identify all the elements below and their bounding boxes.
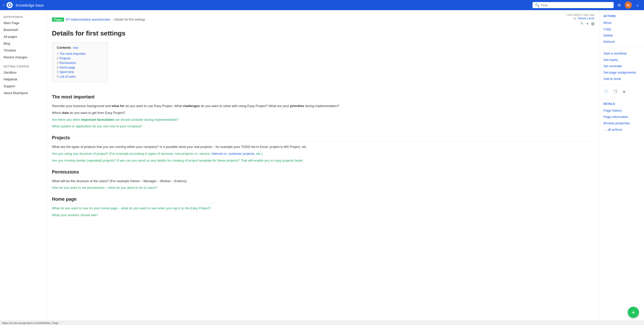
search-input[interactable]	[541, 3, 611, 7]
sidebar-item-bookshelf[interactable]: Bookshelf	[0, 26, 47, 33]
section-title-permissions: Permissions	[52, 169, 595, 176]
action-set-reminder[interactable]: Set reminder	[600, 63, 644, 69]
breadcrumb-parent[interactable]: EP implementation questionnaire	[66, 18, 110, 21]
toc-num-5: 5	[57, 70, 59, 74]
share-icon[interactable]: ❐	[614, 89, 617, 94]
detail-page-information[interactable]: Page information	[600, 114, 644, 120]
icon-row: 📄 ❐ ★	[600, 87, 644, 96]
detail-browse-properties[interactable]: Browse properties	[600, 120, 644, 126]
star-icon[interactable]: ★	[622, 89, 626, 94]
toc-title: Contents	[57, 46, 71, 49]
detail-all-actions[interactable]: … all actions	[600, 126, 644, 133]
settings-icon[interactable]: ⚙	[616, 2, 623, 9]
section-title-most-important: The most important	[52, 94, 595, 101]
toc-num-3: 3	[57, 61, 59, 65]
toc-num-1: 1	[57, 52, 59, 56]
para-most-important-1: Describe your business background and wh…	[52, 104, 595, 109]
toc-link-1[interactable]: 1The most important	[57, 52, 86, 56]
list-item: 5Spent time	[57, 70, 103, 74]
action-delete[interactable]: Delete	[600, 32, 644, 39]
sidebar-item-all-pages[interactable]: All pages	[0, 33, 47, 40]
meta-bar: Last edited 2 days ago by Slavek Lizner …	[566, 13, 595, 26]
avatar[interactable]: SL	[625, 2, 632, 9]
chevron-right-icon[interactable]: ›	[634, 2, 641, 9]
action-set-expiry[interactable]: Set expiry	[600, 57, 644, 63]
sidebar-item-support[interactable]: Support	[0, 83, 47, 90]
dropdown-icon[interactable]: ▼	[586, 22, 589, 26]
action-add-to-book[interactable]: Add to book	[600, 76, 644, 82]
detail-page-history[interactable]: Page history	[600, 107, 644, 114]
para-permissions-1: What will be the structure of the users?…	[52, 179, 595, 184]
toc-link-5[interactable]: 5Spent time	[57, 70, 74, 74]
entrypoints-label: ENTRYPOINTS	[0, 14, 47, 20]
separator	[600, 99, 644, 99]
back-button[interactable]: ‹	[3, 3, 5, 8]
bold-text: priorities	[290, 104, 304, 108]
copy-page-icon[interactable]: ▦	[591, 21, 595, 26]
toc-hide-button[interactable]: hide	[73, 46, 78, 49]
app-title: Knowledge base	[16, 3, 531, 7]
para-most-important-2: Which data do you want to get from Easy …	[52, 110, 595, 116]
app-logo	[7, 2, 13, 8]
toc-num-4: 4	[57, 66, 59, 69]
sidebar-item-timeline[interactable]: Timeline	[0, 47, 47, 54]
edit-icon[interactable]: ✎	[580, 21, 584, 26]
pages-badge[interactable]: Pages	[52, 18, 64, 22]
sidebar-item-main-page[interactable]: Main Page	[0, 20, 47, 26]
getting-started-label: GETTING STARTED	[0, 63, 47, 69]
url-bar: https://es-kb.easyproject.com/wiki/Main_…	[0, 321, 644, 325]
action-set-page-assignments[interactable]: Set page assignments	[600, 69, 644, 76]
toc-link-4[interactable]: 4Home page	[57, 66, 75, 69]
bold-text: what for	[112, 104, 125, 108]
search-bar: 🔍	[533, 2, 614, 8]
toc-link-3[interactable]: 3Permissions	[57, 61, 76, 65]
fab-add-button[interactable]: +	[628, 307, 639, 318]
para-home-page-1: What do you want to see on your home pag…	[52, 206, 595, 211]
toc-text-3: Permissions	[60, 61, 76, 65]
author-name[interactable]: Slavek Lizner	[578, 17, 595, 20]
page-title: Details for first settings	[52, 29, 595, 37]
nav-icons-group: ⚙ SL ›	[616, 2, 641, 9]
para-home-page-2: What your workers should see?	[52, 213, 595, 218]
toc-text-4: Home page	[60, 66, 75, 69]
list-item: 6List of users	[57, 74, 103, 79]
breadcrumb-separator: ›	[112, 18, 113, 21]
section-title-projects: Projects	[52, 135, 595, 142]
details-label: DETAILS	[600, 101, 644, 107]
action-copy[interactable]: Copy	[600, 26, 644, 32]
sidebar-item-sandbox[interactable]: Sandbox	[0, 69, 47, 76]
bold-text: data	[62, 111, 69, 115]
action-move[interactable]: Move	[600, 20, 644, 26]
toc-text-1: The most important	[60, 52, 86, 56]
action-refresh[interactable]: Refresh	[600, 39, 644, 45]
list-item: 2Projects	[57, 56, 103, 61]
toc-text-6: List of users	[60, 75, 76, 78]
toc-link-2[interactable]: 2Projects	[57, 57, 70, 60]
section-title-home-page: Home page	[52, 197, 595, 203]
author-line: by Slavek Lizner	[573, 17, 595, 20]
sidebar-item-recent-changes[interactable]: Recent changes	[0, 54, 47, 61]
content-area: Pages EP implementation questionnaire › …	[47, 10, 600, 321]
sidebar-item-blog[interactable]: Blog	[0, 40, 47, 47]
separator	[600, 84, 644, 85]
sidebar-item-about-bluespice[interactable]: About BlueSpice	[0, 90, 47, 96]
action-start-workflow[interactable]: Start a workflow	[600, 50, 644, 57]
toc-list: 1The most important 2Projects 3Permissio…	[57, 52, 103, 79]
right-sidebar: ACTIONS Move Copy Delete Refresh Start a…	[600, 10, 644, 321]
internal-link[interactable]: internal vs. customer projects	[212, 152, 254, 156]
toc-link-6[interactable]: 6List of users	[57, 75, 76, 78]
separator	[600, 47, 644, 48]
document-icon[interactable]: 📄	[603, 89, 609, 94]
para-projects-2: Are you using any structure of project? …	[52, 151, 595, 157]
list-item: 1The most important	[57, 52, 103, 56]
top-bar: Pages EP implementation questionnaire › …	[47, 10, 600, 27]
list-item: 4Home page	[57, 65, 103, 70]
bold-text: important facts/dates	[81, 118, 114, 122]
toc-num-6: 6	[57, 75, 59, 78]
toc-num-2: 2	[57, 57, 59, 60]
sidebar-item-helpdesk[interactable]: Helpdesk	[0, 76, 47, 83]
last-edited-text: Last edited 2 days ago	[566, 13, 595, 16]
breadcrumb-current: Details for first settings	[114, 18, 145, 21]
list-item: 3Permissions	[57, 61, 103, 65]
url-text: https://es-kb.easyproject.com/wiki/Main_…	[2, 321, 59, 324]
